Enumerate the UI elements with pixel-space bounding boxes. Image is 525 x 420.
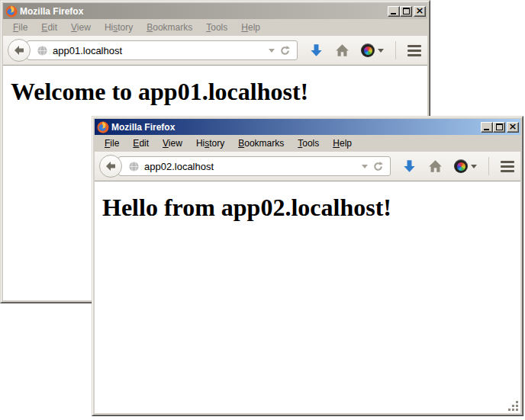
menu-item-edit[interactable]: Edit [126, 136, 156, 151]
color-wheel-icon [361, 43, 375, 57]
toolbar-separator [488, 157, 489, 175]
menu-button[interactable] [407, 45, 421, 56]
menu-item-help[interactable]: Help [234, 20, 267, 35]
close-button[interactable]: × [507, 122, 519, 133]
menu-item-tools[interactable]: Tools [291, 136, 326, 151]
minimize-button[interactable] [481, 122, 493, 133]
url-text: app01.localhost [53, 45, 264, 56]
maximize-button[interactable] [493, 122, 505, 133]
extension-button[interactable] [361, 43, 384, 57]
close-icon: × [509, 123, 517, 130]
menu-item-tools[interactable]: Tools [199, 20, 234, 35]
navigation-toolbar: app02.localhost [95, 152, 520, 181]
url-bar[interactable]: app02.localhost [118, 156, 391, 176]
firefox-logo-icon [5, 5, 18, 18]
reload-button[interactable] [279, 45, 291, 56]
menu-item-history[interactable]: History [189, 136, 231, 151]
menu-item-view[interactable]: View [64, 20, 98, 35]
home-icon [335, 43, 349, 58]
page-content: Hello from app02.localhost! [95, 181, 520, 413]
window-title: Mozilla Firefox [20, 6, 83, 17]
resize-grip[interactable] [508, 401, 520, 412]
reload-icon [279, 45, 291, 56]
menu-item-view[interactable]: View [156, 136, 189, 151]
download-icon [402, 159, 417, 174]
url-text: app02.localhost [144, 161, 357, 172]
urlbar-dropdown-icon[interactable] [362, 165, 368, 172]
extension-dropdown-icon[interactable] [378, 49, 384, 56]
firefox-window-app02: Mozilla Firefox × File Edit View History… [92, 116, 523, 416]
menu-item-help[interactable]: Help [326, 136, 359, 151]
menu-item-file[interactable]: File [98, 136, 126, 151]
toolbar-separator [395, 41, 396, 59]
maximize-icon [403, 8, 410, 14]
caption-buttons: × [388, 6, 426, 17]
maximize-button[interactable] [400, 6, 412, 17]
download-button[interactable] [402, 159, 417, 174]
page-heading: Hello from app02.localhost! [102, 194, 520, 222]
menu-item-history[interactable]: History [98, 20, 140, 35]
hamburger-icon [407, 45, 421, 56]
reload-button[interactable] [372, 161, 384, 172]
menu-button[interactable] [501, 161, 514, 172]
extension-dropdown-icon[interactable] [471, 165, 477, 172]
navigation-toolbar: app01.localhost [3, 36, 427, 66]
minimize-icon [484, 129, 489, 130]
back-arrow-icon [13, 44, 25, 56]
titlebar[interactable]: Mozilla Firefox × [95, 119, 520, 135]
globe-icon [37, 45, 48, 56]
home-button[interactable] [335, 43, 349, 58]
menubar: File Edit View History Bookmarks Tools H… [3, 19, 427, 36]
menu-item-file[interactable]: File [6, 20, 34, 35]
download-button[interactable] [309, 43, 324, 58]
caption-buttons: × [481, 122, 519, 133]
back-button[interactable] [8, 39, 31, 62]
close-icon: × [416, 7, 424, 14]
globe-icon [128, 161, 140, 172]
reload-icon [372, 161, 384, 172]
page-heading: Welcome to app01.localhost! [11, 78, 427, 106]
maximize-icon [496, 123, 503, 130]
minimize-icon [391, 13, 396, 14]
firefox-logo-icon [97, 121, 109, 133]
extension-button[interactable] [454, 159, 477, 173]
menu-item-bookmarks[interactable]: Bookmarks [231, 136, 291, 151]
hamburger-icon [501, 161, 514, 172]
color-wheel-icon [454, 159, 468, 173]
minimize-button[interactable] [388, 6, 400, 17]
window-frame: Mozilla Firefox × File Edit View History… [92, 117, 523, 415]
menu-item-edit[interactable]: Edit [34, 20, 64, 35]
window-title: Mozilla Firefox [111, 122, 175, 133]
back-arrow-icon [105, 160, 117, 172]
urlbar-dropdown-icon[interactable] [269, 49, 275, 56]
download-icon [309, 43, 324, 58]
url-bar[interactable]: app01.localhost [27, 40, 298, 60]
menu-item-bookmarks[interactable]: Bookmarks [140, 20, 199, 35]
home-icon [428, 159, 443, 174]
menubar: File Edit View History Bookmarks Tools H… [95, 135, 520, 152]
close-button[interactable]: × [414, 6, 426, 17]
titlebar[interactable]: Mozilla Firefox × [3, 3, 427, 19]
home-button[interactable] [428, 159, 443, 174]
back-button[interactable] [99, 155, 122, 178]
